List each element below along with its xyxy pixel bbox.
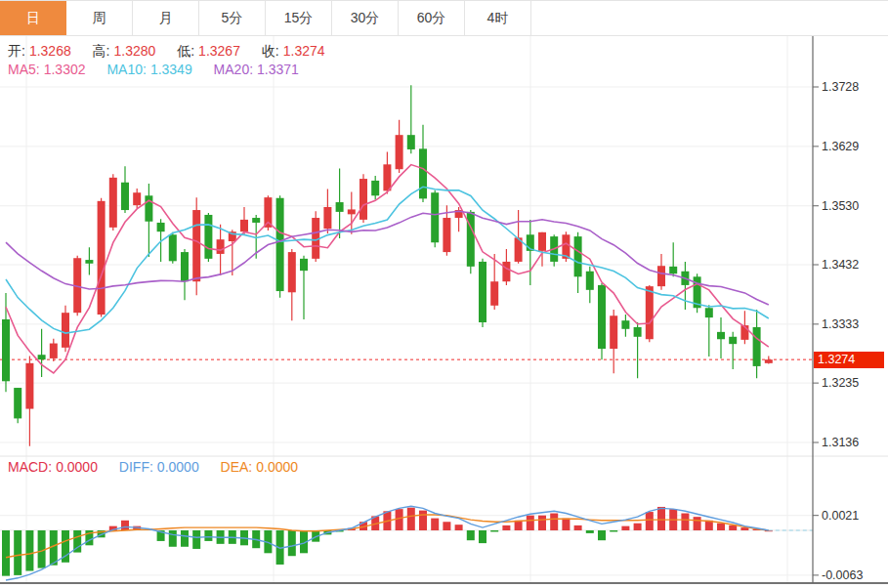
dea-label: DEA: [221,459,253,475]
kline-chart-canvas[interactable] [0,0,888,588]
timeframe-tab-2[interactable]: 周 [66,1,133,35]
price-axis-label-2: 1.3629 [822,140,859,153]
price-axis-label-4: 1.3432 [822,258,859,272]
open-label: 开: [8,43,25,59]
ma10-label: MA10: [106,62,146,77]
ma-readout: MA5:1.3302 MA10:1.3349 MA20:1.3371 [8,62,303,77]
timeframe-tab-8[interactable]: 4时 [465,1,531,35]
price-axis-label-6: 1.3235 [822,376,859,390]
timeframe-tabbar: 日周月5分15分30分60分4时 [0,0,888,36]
ma5-label: MA5: [8,62,40,77]
ma20-label: MA20: [214,62,253,77]
diff-label: DIFF: [119,459,153,475]
timeframe-tab-6[interactable]: 30分 [332,1,399,35]
high-value: 1.3280 [114,43,156,59]
last-price-badge: 1.3274 [814,352,884,368]
timeframe-tab-5[interactable]: 15分 [266,1,332,35]
diff-value: 0.0000 [157,459,199,475]
macd-axis-label-2: -0.0063 [822,568,863,582]
timeframe-tab-1[interactable]: 日 [0,1,66,35]
ohlc-readout: 开:1.3268 高:1.3280 低:1.3267 收:1.3274 [8,43,329,61]
high-label: 高: [93,43,110,59]
price-axis-label-3: 1.3530 [822,199,859,213]
kline-trading-app: 日周月5分15分30分60分4时 开:1.3268 高:1.3280 低:1.3… [0,0,888,588]
timeframe-tab-7[interactable]: 60分 [399,1,465,35]
open-value: 1.3268 [29,43,71,59]
macd-value: 0.0000 [56,459,98,475]
ma20-value: 1.3371 [257,62,299,77]
low-label: 低: [177,43,194,59]
macd-label: MACD: [8,459,52,475]
close-label: 收: [262,43,279,59]
timeframe-tab-4[interactable]: 5分 [199,1,266,35]
dea-value: 0.0000 [256,459,298,475]
close-value: 1.3274 [283,43,325,59]
price-axis-label-7: 1.3136 [822,436,859,449]
ma10-value: 1.3349 [150,62,192,77]
ma5-value: 1.3302 [44,62,86,77]
low-value: 1.3267 [198,43,240,59]
macd-axis-label-1: 0.0021 [822,509,859,523]
price-axis-label-1: 1.3728 [822,80,859,94]
price-axis-label-5: 1.3333 [822,317,859,331]
macd-readout: MACD:0.0000 DIFF:0.0000 DEA:0.0000 [8,459,302,475]
timeframe-tab-3[interactable]: 月 [133,1,199,35]
